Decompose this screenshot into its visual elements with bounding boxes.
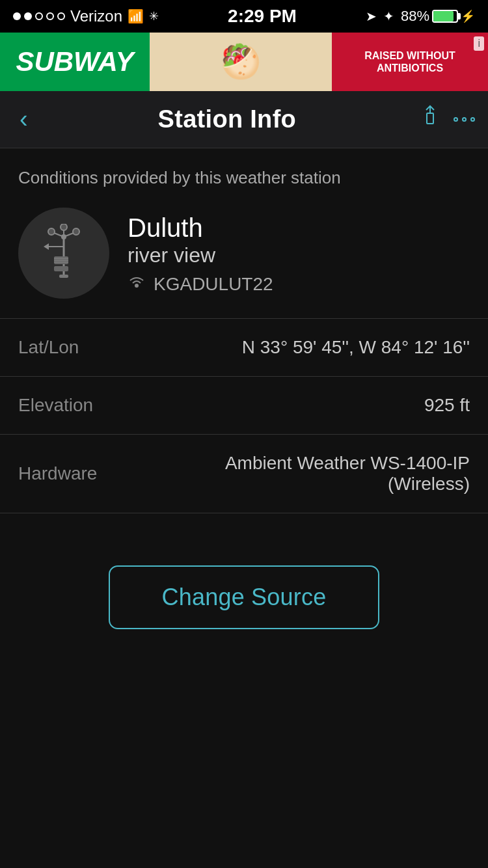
- ad-right: RAISED WITHOUTANTIBIOTICS: [332, 33, 488, 91]
- station-id: KGADULUT22: [154, 274, 273, 295]
- signal-dot-3: [35, 12, 43, 20]
- latlon-row: Lat/Lon N 33° 59' 45'', W 84° 12' 16'': [0, 319, 488, 377]
- carrier-label: Verizon: [70, 7, 122, 25]
- broadcast-icon: [128, 275, 146, 293]
- bluetooth-icon: ✦: [383, 8, 394, 24]
- ad-subway-logo: SUBWAY: [0, 33, 150, 91]
- location-icon: ➤: [366, 8, 377, 24]
- elevation-label: Elevation: [18, 395, 93, 416]
- status-left: Verizon 📶 ✳: [13, 7, 159, 25]
- status-time: 2:29 PM: [228, 6, 297, 27]
- signal-dot-4: [46, 12, 54, 20]
- station-id-row: KGADULUT22: [128, 274, 470, 295]
- svg-rect-0: [427, 113, 433, 124]
- battery-percent: 88%: [401, 8, 429, 25]
- elevation-value: 925 ft: [424, 395, 470, 416]
- svg-rect-14: [59, 275, 68, 278]
- hardware-value: Ambient Weather WS-1400-IP (Wireless): [157, 453, 470, 495]
- battery-icon: [432, 10, 458, 23]
- signal-dots: [13, 12, 65, 20]
- latlon-value: N 33° 59' 45'', W 84° 12' 16'': [242, 337, 470, 358]
- hardware-label: Hardware: [18, 463, 97, 484]
- change-source-button[interactable]: Change Source: [109, 565, 380, 629]
- ad-banner[interactable]: SUBWAY 🥙 RAISED WITHOUTANTIBIOTICS i: [0, 33, 488, 91]
- svg-marker-11: [44, 243, 49, 250]
- subtitle-text: Conditions provided by this weather stat…: [0, 148, 488, 201]
- battery-container: 88% ⚡: [401, 8, 475, 25]
- status-bar: Verizon 📶 ✳ 2:29 PM ➤ ✦ 88% ⚡: [0, 0, 488, 33]
- ad-info-badge[interactable]: i: [474, 36, 484, 51]
- activity-icon: ✳: [149, 9, 159, 23]
- station-subname: river view: [128, 243, 470, 267]
- station-name: Duluth: [128, 212, 470, 243]
- battery-fill: [433, 11, 454, 21]
- svg-point-5: [48, 228, 55, 235]
- nav-bar: ‹ Station Info: [0, 91, 488, 148]
- signal-dot-5: [57, 12, 65, 20]
- signal-dot-1: [13, 12, 21, 20]
- subway-text: SUBWAY: [16, 46, 133, 77]
- station-icon-circle: [18, 208, 109, 299]
- change-source-container: Change Source: [0, 513, 488, 655]
- main-content: Conditions provided by this weather stat…: [0, 148, 488, 655]
- svg-point-7: [73, 228, 79, 235]
- status-right: ➤ ✦ 88% ⚡: [366, 8, 475, 25]
- wifi-icon: 📶: [128, 8, 144, 24]
- hardware-row: Hardware Ambient Weather WS-1400-IP (Wir…: [0, 435, 488, 513]
- more-options-button[interactable]: [454, 117, 475, 122]
- station-card: Duluth river view KGADULUT22: [0, 201, 488, 318]
- ad-middle: 🥙: [150, 33, 332, 91]
- latlon-label: Lat/Lon: [18, 337, 79, 358]
- elevation-row: Elevation 925 ft: [0, 377, 488, 435]
- page-title: Station Info: [158, 105, 297, 133]
- nav-actions: [420, 104, 475, 135]
- more-dot-3: [470, 117, 475, 122]
- svg-rect-13: [54, 266, 68, 271]
- back-button[interactable]: ‹: [13, 99, 34, 140]
- signal-dot-2: [24, 12, 32, 20]
- svg-point-9: [61, 224, 67, 230]
- chevron-left-icon: ‹: [20, 105, 28, 133]
- ad-raised-text: RAISED WITHOUTANTIBIOTICS: [364, 49, 455, 74]
- charging-icon: ⚡: [461, 9, 475, 23]
- more-dot-2: [462, 117, 467, 122]
- share-button[interactable]: [420, 104, 441, 135]
- station-info-text: Duluth river view KGADULUT22: [128, 212, 470, 295]
- weather-station-icon: [34, 224, 93, 282]
- more-dot-1: [454, 117, 458, 122]
- svg-point-18: [135, 284, 139, 288]
